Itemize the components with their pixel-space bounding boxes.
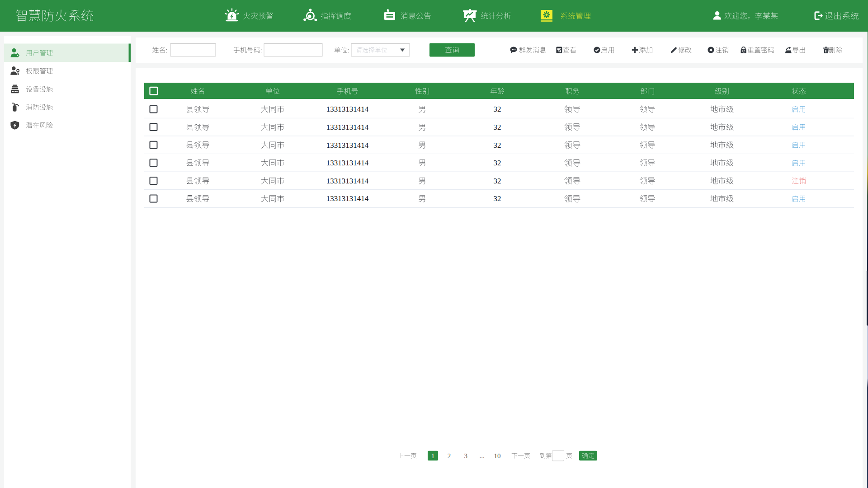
svg-text:13313131414: 13313131414: [326, 194, 369, 203]
svg-text:32: 32: [494, 141, 501, 150]
svg-text:13313131414: 13313131414: [326, 141, 369, 150]
svg-text:1: 1: [431, 452, 435, 460]
svg-text:32: 32: [494, 123, 501, 131]
svg-text:13313131414: 13313131414: [326, 105, 369, 113]
svg-text:13313131414: 13313131414: [326, 159, 369, 167]
svg-text:32: 32: [494, 177, 501, 185]
svg-text:10: 10: [494, 452, 501, 460]
svg-text:13313131414: 13313131414: [326, 177, 369, 185]
svg-text:32: 32: [494, 159, 501, 167]
svg-text:3: 3: [464, 452, 468, 460]
svg-text:2: 2: [448, 452, 451, 460]
svg-text:...: ...: [479, 452, 484, 460]
svg-text:32: 32: [494, 194, 501, 203]
svg-text:13313131414: 13313131414: [326, 123, 369, 131]
svg-text:32: 32: [494, 105, 501, 113]
